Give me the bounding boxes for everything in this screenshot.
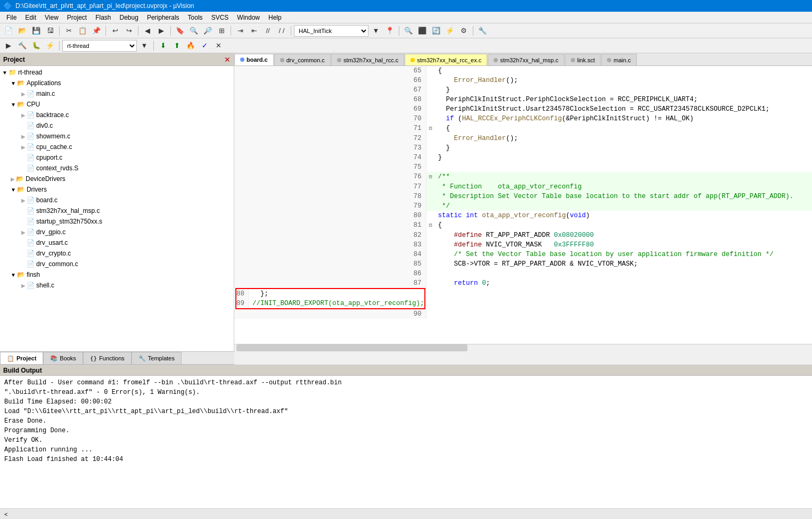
tree-item-drv-crypto[interactable]: ▶ 📄 drv_crypto.c xyxy=(0,248,234,259)
templates-tab-label: Templates xyxy=(148,355,175,361)
tree-item-devicedrivers[interactable]: ▶ 📂 DeviceDrivers xyxy=(0,174,234,184)
tree-item-cpuport[interactable]: ▶ 📄 cpuport.c xyxy=(0,152,234,163)
menu-flash[interactable]: Flash xyxy=(91,13,115,22)
paste-button[interactable]: 📌 xyxy=(90,25,103,37)
comment-button[interactable]: // xyxy=(261,25,274,37)
tree-item-applications[interactable]: ▼ 📂 Applications xyxy=(0,78,234,88)
find-button[interactable]: 🔍 xyxy=(187,25,200,37)
load-button[interactable]: ⬇ xyxy=(157,40,169,52)
code-line-86: 86 xyxy=(234,269,812,278)
tree-item-drv-common[interactable]: ▶ 📄 drv_common.c xyxy=(0,259,234,269)
tab-rcc-ex[interactable]: stm32h7xx_hal_rcc_ex.c xyxy=(405,54,487,65)
function-dropdown[interactable]: HAL_InitTick xyxy=(294,25,368,37)
indent-button[interactable]: ⇥ xyxy=(234,25,247,37)
books-tab-label: Books xyxy=(60,355,76,361)
project-tree[interactable]: ▼ 📁 rt-thread ▼ 📂 Applications ▶ 📄 main.… xyxy=(0,66,234,351)
tab-project[interactable]: 📋 Project xyxy=(0,352,43,364)
code-line-68: 68 PeriphClkInitStruct.PeriphClockSelect… xyxy=(234,95,812,104)
tab-rcc[interactable]: stm32h7xx_hal_rcc.c xyxy=(331,54,404,65)
pin-button[interactable]: 📍 xyxy=(383,25,396,37)
nav-back-button[interactable]: ◀ xyxy=(141,25,154,37)
menu-help[interactable]: Help xyxy=(264,13,286,22)
cut-button[interactable]: ✂ xyxy=(62,25,75,37)
download-button[interactable]: ⬆ xyxy=(170,40,183,52)
new-file-button[interactable]: 📄 xyxy=(2,25,15,37)
tree-item-showmem[interactable]: ▶ 📄 showmem.c xyxy=(0,131,234,142)
code-scrollbar-h[interactable] xyxy=(234,344,812,351)
tree-item-hal-msp[interactable]: ▶ 📄 stm32h7xx_hal_msp.c xyxy=(0,205,234,216)
tree-item-finsh[interactable]: ▼ 📂 finsh xyxy=(0,269,234,280)
menu-peripherals[interactable]: Peripherals xyxy=(143,13,184,22)
copy-button[interactable]: 📋 xyxy=(76,25,89,37)
menu-file[interactable]: File xyxy=(2,13,21,22)
verify-button[interactable]: ✓ xyxy=(198,40,211,52)
build-button[interactable]: 🔨 xyxy=(16,40,29,52)
undo-button[interactable]: ↩ xyxy=(109,25,121,37)
tree-item-cpu-cache[interactable]: ▶ 📄 cpu_cache.c xyxy=(0,142,234,152)
settings-button[interactable]: ⚙ xyxy=(457,25,470,37)
tree-item-context-rvds[interactable]: ▶ 📄 context_rvds.S xyxy=(0,163,234,174)
tab-msp[interactable]: stm32h7xx_hal_msp.c xyxy=(488,54,564,65)
menu-project[interactable]: Project xyxy=(63,13,91,22)
cancel-op-button[interactable]: ✕ xyxy=(212,40,225,52)
project-title: Project xyxy=(3,56,25,63)
menu-svcs[interactable]: SVCS xyxy=(207,13,233,22)
tab-templates[interactable]: 🔧 Templates xyxy=(132,352,182,364)
title-icon: 🔷 xyxy=(3,2,12,10)
tree-item-drv-usart[interactable]: ▶ 📄 drv_usart.c xyxy=(0,237,234,248)
tab-main-c[interactable]: main.c xyxy=(601,54,636,65)
project-close-button[interactable]: ✕ xyxy=(224,55,231,64)
tree-label: board.c xyxy=(36,196,58,204)
build-content[interactable]: After Build - User command #1: fromelf -… xyxy=(0,376,812,508)
run-button[interactable]: ▶ xyxy=(2,40,15,52)
project-header: Project ✕ xyxy=(0,53,234,66)
tab-board-c[interactable]: board.c xyxy=(234,54,274,65)
debug2-button[interactable]: ⚡ xyxy=(44,40,56,52)
tab-functions[interactable]: {} Functions xyxy=(83,352,132,364)
menu-view[interactable]: View xyxy=(40,13,63,22)
tree-item-div0[interactable]: ▶ 📄 div0.c xyxy=(0,120,234,131)
tree-item-rtthread[interactable]: ▼ 📁 rt-thread xyxy=(0,67,234,78)
uncomment-button[interactable]: / / xyxy=(275,25,288,37)
file-icon: 📄 xyxy=(27,164,35,172)
tree-item-cpu[interactable]: ▼ 📂 CPU xyxy=(0,99,234,110)
find2-button[interactable]: 🔎 xyxy=(201,25,214,37)
save-all-button[interactable]: 🖫 xyxy=(44,25,56,37)
dropdown-go-button[interactable]: ▼ xyxy=(370,25,382,37)
bookmark-button[interactable]: 🔖 xyxy=(174,25,186,37)
tree-label: cpu_cache.c xyxy=(36,143,72,151)
tab-link-sct[interactable]: link.sct xyxy=(565,54,601,65)
redo-button[interactable]: ↪ xyxy=(122,25,135,37)
tree-item-board[interactable]: ▶ 📄 board.c xyxy=(0,195,234,205)
sep4 xyxy=(170,26,171,36)
tree-item-main[interactable]: ▶ 📄 main.c xyxy=(0,88,234,99)
code-line-78: 78 * Description Set Vector Table base l… xyxy=(234,192,812,201)
save-button[interactable]: 💾 xyxy=(30,25,43,37)
build-search-button[interactable]: 🔍 xyxy=(402,25,415,37)
stop-button[interactable]: ⬛ xyxy=(416,25,429,37)
nav-fwd-button[interactable]: ▶ xyxy=(155,25,168,37)
reset-button[interactable]: 🔄 xyxy=(430,25,442,37)
debug-button[interactable]: 🐛 xyxy=(30,40,43,52)
code-line-84: 84 /* Set the Vector Table base location… xyxy=(234,250,812,259)
tree-item-shell[interactable]: ▶ 📄 shell.c xyxy=(0,280,234,291)
target-dropdown[interactable]: rt-thread xyxy=(62,40,137,52)
tab-books[interactable]: 📚 Books xyxy=(43,352,83,364)
target-dropdown-btn[interactable]: ▼ xyxy=(138,40,151,52)
target-settings-button[interactable]: 🔧 xyxy=(476,25,489,37)
tab-drv-common-c[interactable]: drv_common.c xyxy=(274,54,331,65)
power-button[interactable]: ⚡ xyxy=(444,25,456,37)
open-button[interactable]: 📂 xyxy=(16,25,29,37)
tree-item-drv-gpio[interactable]: ▶ 📄 drv_gpio.c xyxy=(0,227,234,237)
menu-window[interactable]: Window xyxy=(233,13,264,22)
code-area[interactable]: 65 { 66 Error_Handler(); 67 } xyxy=(234,66,812,344)
menu-tools[interactable]: Tools xyxy=(184,13,207,22)
unindent-button[interactable]: ⇤ xyxy=(248,25,260,37)
tree-item-backtrace[interactable]: ▶ 📄 backtrace.c xyxy=(0,110,234,120)
ref-button[interactable]: ⊞ xyxy=(215,25,228,37)
menu-edit[interactable]: Edit xyxy=(21,13,40,22)
tree-item-drivers[interactable]: ▼ 📂 Drivers xyxy=(0,184,234,195)
menu-debug[interactable]: Debug xyxy=(116,13,143,22)
tree-item-startup[interactable]: ▶ 📄 startup_stm32h750xx.s xyxy=(0,216,234,227)
erase-button[interactable]: 🔥 xyxy=(184,40,197,52)
